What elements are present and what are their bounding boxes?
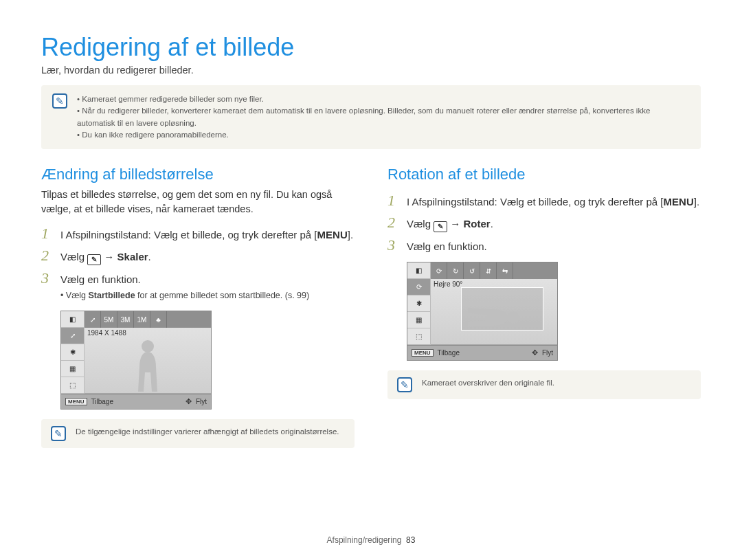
startbillede-hint: Vælg Startbillede for at gemme billedet …	[60, 289, 355, 302]
step-body: I Afspilningstilstand: Vælg et billede, …	[407, 193, 699, 210]
svg-point-0	[142, 340, 154, 352]
resize-bottom-note: ✎ De tilgængelige indstillinger varierer…	[41, 419, 355, 448]
rotate-bottom-note: ✎ Kameraet overskriver den originale fil…	[387, 370, 701, 399]
step-text: Vælg	[60, 251, 87, 262]
step-3: 3 Vælg en funktion.	[387, 238, 701, 254]
left-column: Ændring af billedstørrelse Tilpas et bil…	[41, 166, 355, 464]
step-text: ].	[348, 229, 353, 240]
toolbar-icon: ⟳	[431, 262, 447, 279]
toolbar-icon: ♣	[150, 311, 167, 328]
rotate-heading: Rotation af et billede	[387, 166, 701, 183]
step-text: I Afspilningstilstand: Vælg et billede, …	[407, 196, 664, 208]
preview-main: ⟳ ↻ ↺ ⇵ ⇆ Højre 90°	[431, 262, 557, 345]
rotate-preview: ◧ ⟳ ✱ ▦ ⬚ ⟳ ↻ ↺ ⇵ ⇆ Højre 90°	[407, 262, 558, 361]
page-footer: Afspilning/redigering 83	[0, 535, 742, 545]
top-note-item: Kameraet gemmer redigerede billeder som …	[77, 93, 690, 105]
step-body: Vælg ✎ → Roter.	[407, 215, 493, 232]
step-text: ].	[694, 196, 699, 208]
resize-preview: ◧ ⤢ ✱ ▦ ⬚ ⤢ 5M 3M 1M ♣ 1984 X 1488	[60, 311, 212, 410]
resize-steps: 1 I Afspilningstilstand: Vælg et billede…	[41, 226, 355, 287]
step-body: Vælg en funktion.	[60, 271, 141, 287]
step-number: 2	[387, 215, 400, 230]
menu-label: MENU	[664, 196, 694, 208]
resize-heading: Ændring af billedstørrelse	[41, 166, 355, 183]
step-body: Vælg en funktion.	[407, 238, 487, 254]
joystick-icon: ✥	[532, 348, 538, 357]
step-text: I Afspilningstilstand: Vælg et billede, …	[60, 229, 317, 240]
sidebar-icon: ◧	[407, 262, 431, 279]
move-label: Flyt	[196, 398, 207, 405]
rotate-steps: 1 I Afspilningstilstand: Vælg et billede…	[387, 193, 701, 254]
rotation-label: Højre 90°	[434, 280, 462, 288]
step-1: 1 I Afspilningstilstand: Vælg et billede…	[387, 193, 701, 210]
step-text: .	[148, 251, 151, 262]
toolbar-icon: 5M	[101, 311, 117, 328]
sidebar-icon: ▦	[407, 312, 431, 328]
step-body: I Afspilningstilstand: Vælg et billede, …	[60, 226, 353, 243]
edit-icon: ✎	[434, 221, 447, 232]
note-text: De tilgængelige indstillinger varierer a…	[76, 426, 339, 441]
page-title: Redigering af et billede	[41, 33, 701, 62]
resolution-label: 1984 X 1488	[87, 329, 126, 337]
person-silhouette-icon	[127, 338, 168, 393]
hint-text: Vælg	[66, 291, 89, 300]
step-2: 2 Vælg ✎ → Roter.	[387, 215, 701, 232]
preview-toolbar: ⟳ ↻ ↺ ⇵ ⇆	[431, 262, 557, 279]
step-3: 3 Vælg en funktion.	[41, 271, 355, 287]
step-target: Skaler	[117, 251, 148, 262]
footer-section: Afspilning/redigering	[327, 535, 402, 545]
info-icon: ✎	[397, 377, 412, 392]
step-body: Vælg ✎ → Skaler.	[60, 248, 151, 265]
sidebar-icon: ⤢	[61, 328, 85, 344]
sidebar-icon: ⬚	[61, 377, 85, 394]
page-number: 83	[406, 535, 415, 545]
toolbar-icon: ⤢	[85, 311, 101, 328]
toolbar-icon: 1M	[134, 311, 150, 328]
preview-main: ⤢ 5M 3M 1M ♣ 1984 X 1488	[85, 311, 211, 394]
step-2: 2 Vælg ✎ → Skaler.	[41, 248, 355, 265]
note-text: Kameraet overskriver den originale fil.	[422, 377, 554, 392]
right-column: Rotation af et billede 1 I Afspilningsti…	[387, 166, 701, 464]
step-1: 1 I Afspilningstilstand: Vælg et billede…	[41, 226, 355, 243]
person-silhouette-icon	[466, 297, 521, 338]
edit-icon: ✎	[87, 254, 101, 265]
sidebar-icon: ▦	[61, 361, 85, 377]
sidebar-icon: ✱	[61, 344, 85, 361]
svg-point-1	[507, 311, 519, 324]
step-number: 1	[41, 226, 54, 241]
step-number: 1	[387, 193, 400, 208]
menu-badge: MENU	[65, 398, 87, 405]
resize-intro: Tilpas et billedes størrelse, og gem det…	[41, 188, 355, 216]
move-label: Flyt	[542, 349, 553, 357]
toolbar-icon: ⇆	[497, 262, 513, 279]
top-note-box: ✎ Kameraet gemmer redigerede billeder so…	[41, 85, 701, 149]
preview-toolbar: ⤢ 5M 3M 1M ♣	[85, 311, 211, 328]
info-icon: ✎	[52, 93, 67, 109]
preview-footer: MENU Tilbage ✥ Flyt	[407, 345, 557, 360]
preview-sidebar: ◧ ⤢ ✱ ▦ ⬚	[61, 311, 85, 394]
menu-badge: MENU	[412, 349, 434, 357]
arrow: →	[101, 251, 117, 262]
preview-sidebar: ◧ ⟳ ✱ ▦ ⬚	[407, 262, 431, 345]
step-number: 2	[41, 248, 54, 263]
hint-text: for at gemme billedet som startbillede. …	[135, 291, 310, 300]
top-note-item: Når du redigerer billeder, konverterer k…	[77, 105, 690, 129]
step-number: 3	[41, 271, 54, 286]
sidebar-icon: ⬚	[407, 328, 431, 345]
top-note-item: Du kan ikke redigere panoramabillederne.	[77, 129, 690, 141]
arrow: →	[447, 218, 463, 229]
sidebar-icon: ◧	[61, 311, 85, 328]
step-text: Vælg	[407, 218, 434, 229]
info-icon: ✎	[51, 426, 66, 441]
toolbar-icon: ↻	[447, 262, 464, 279]
sidebar-icon: ⟳	[407, 279, 431, 295]
page-subtitle: Lær, hvordan du redigerer billeder.	[41, 65, 701, 76]
step-target: Roter	[464, 218, 491, 229]
back-label: Tilbage	[91, 398, 113, 405]
step-number: 3	[387, 238, 400, 253]
top-note-list: Kameraet gemmer redigerede billeder som …	[77, 93, 690, 141]
menu-label: MENU	[317, 229, 348, 240]
step-text: .	[491, 218, 493, 229]
sidebar-icon: ✱	[407, 295, 431, 312]
joystick-icon: ✥	[186, 397, 192, 406]
